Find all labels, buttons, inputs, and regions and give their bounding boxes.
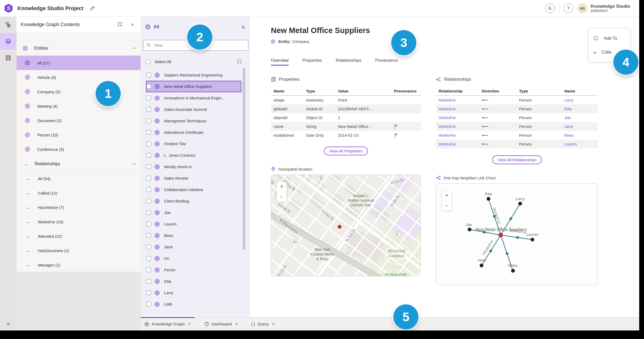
item-checkbox[interactable] [146, 290, 151, 295]
map-box[interactable]: k RdW Clay StSaN 3rd StMaggie L. Walker … [271, 175, 421, 276]
collapse-panel-button[interactable]: « [242, 23, 245, 31]
item-checkbox[interactable] [146, 256, 151, 261]
item-checkbox[interactable] [146, 84, 151, 89]
list-item[interactable]: Client Briefing [146, 195, 241, 207]
sidebar-entity-item[interactable]: Person (10) [17, 128, 141, 142]
sidebar-relationship-item[interactable]: → HasVehicle (7) [17, 200, 141, 215]
sidebar-relationship-item[interactable]: → WorksFor (10) [17, 215, 141, 229]
related-entity-link[interactable]: Etta [562, 107, 598, 111]
item-checkbox[interactable] [146, 130, 151, 135]
relationship-link[interactable]: WorksFor [436, 142, 479, 146]
sidebar-relationship-item[interactable]: → HasDocument (2) [17, 243, 141, 258]
list-item[interactable]: Lauren [146, 218, 241, 230]
sidebar-relationship-item[interactable]: → Attended (22) [17, 229, 141, 243]
related-entity-link[interactable]: Lauren [562, 142, 598, 146]
item-checkbox[interactable] [146, 96, 151, 100]
item-checkbox[interactable] [146, 153, 151, 158]
relationship-link[interactable]: WorksFor [436, 98, 479, 102]
related-entity-link[interactable]: Beau [562, 133, 598, 138]
related-entity-link[interactable]: Joe [562, 115, 598, 120]
view-all-relationships-button[interactable]: View All Relationships [492, 155, 542, 164]
list-item[interactable]: Firebird Title [146, 138, 241, 150]
item-checkbox[interactable] [146, 222, 151, 226]
sidebar-relationship-item[interactable]: → Called (12) [17, 186, 141, 200]
item-checkbox[interactable] [146, 142, 151, 146]
contents-rail-button[interactable] [0, 33, 17, 50]
view-all-properties-button[interactable]: View All Properties [324, 147, 368, 155]
detail-tab[interactable]: Relationships [336, 58, 361, 66]
user-info[interactable]: Knowledge Studio publisher2 [591, 4, 630, 13]
list-item[interactable]: L. Jones Contract [146, 150, 241, 161]
help-button[interactable]: ? [564, 3, 573, 13]
item-checkbox[interactable] [146, 187, 151, 192]
search-button[interactable] [545, 3, 555, 13]
zoom-in-button[interactable]: + [442, 191, 452, 201]
related-entity-link[interactable]: Larry [562, 98, 598, 102]
list-item[interactable]: Staplers Mechanical Engineering [146, 69, 241, 81]
list-item[interactable]: Innovations in Mechanical Engin... [146, 92, 241, 104]
expand-rail-button[interactable]: » [0, 320, 17, 327]
sidebar-entity-item[interactable]: Conference (3) [17, 142, 141, 156]
item-checkbox[interactable] [146, 73, 151, 77]
list-item[interactable]: Joe [146, 207, 241, 218]
zoom-in-button[interactable]: + [277, 182, 287, 192]
relationships-section-header[interactable]: → Relationships [17, 156, 141, 171]
add-selection-to-map-button[interactable] [235, 58, 243, 66]
item-checkbox[interactable] [146, 268, 151, 272]
list-item[interactable]: Uri [146, 253, 241, 264]
item-checkbox[interactable] [146, 302, 151, 306]
sidebar-relationship-item[interactable]: → Manages (1) [17, 258, 141, 272]
select-all-checkbox[interactable] [146, 59, 150, 64]
item-checkbox[interactable] [146, 199, 151, 203]
list-item[interactable]: Jane [146, 241, 241, 253]
link-chart-svg[interactable]: WorksForWorksForWorksForEttaLarryJoeLaur… [436, 184, 598, 285]
sidebar-relationship-item[interactable]: → All (54) [17, 171, 141, 186]
item-checkbox[interactable] [146, 164, 151, 169]
list-item[interactable]: Lilith [146, 298, 241, 310]
detail-tab[interactable]: Properties [303, 58, 322, 66]
save-rail-button[interactable] [0, 50, 17, 66]
add-to-map-button[interactable] [116, 21, 124, 29]
list-item[interactable]: Attendance Certificate [146, 127, 241, 138]
detail-tab[interactable]: Overview [271, 58, 289, 66]
sidebar-entity-item[interactable]: Meeting (4) [17, 99, 141, 113]
tab-query[interactable]: { } Query × [247, 317, 279, 330]
close-panel-button[interactable]: ✕ [128, 21, 136, 29]
item-checkbox[interactable] [146, 279, 151, 284]
list-item[interactable]: Collaboration initiative [146, 184, 241, 195]
item-checkbox[interactable] [146, 233, 151, 238]
list-scrollbar[interactable] [243, 68, 245, 250]
close-tab-icon[interactable]: × [188, 321, 191, 327]
list-item[interactable]: Managment Techniques [146, 115, 241, 127]
sidebar-entity-item[interactable]: Vehicle (6) [17, 70, 141, 84]
item-checkbox[interactable] [146, 245, 151, 249]
list-item[interactable]: Etta [146, 276, 241, 287]
item-checkbox[interactable] [146, 107, 151, 112]
close-tab-icon[interactable]: × [272, 321, 275, 327]
list-item[interactable]: Montly check-in [146, 161, 241, 172]
tab-knowledge-graph[interactable]: Knowledge Graph × [141, 317, 195, 330]
provenance-flag-icon[interactable] [394, 133, 421, 138]
list-item[interactable]: Sales Associate Summit [146, 104, 241, 115]
item-checkbox[interactable] [146, 210, 151, 215]
list-item[interactable]: Persie [146, 264, 241, 276]
data-model-rail-button[interactable] [0, 17, 17, 33]
zoom-out-button[interactable]: − [442, 201, 452, 211]
list-item[interactable]: New Metal Office Suppliers [146, 81, 241, 92]
sidebar-entity-item[interactable]: All (27) [17, 56, 141, 70]
relationship-link[interactable]: WorksFor [436, 124, 479, 129]
relationship-link[interactable]: WorksFor [436, 133, 479, 138]
item-checkbox[interactable] [146, 176, 151, 180]
related-entity-link[interactable]: Jane [562, 124, 598, 129]
list-item[interactable]: Beau [146, 230, 241, 241]
link-chart-box[interactable]: WorksForWorksForWorksForEttaLarryJoeLaur… [436, 183, 598, 285]
edit-title-button[interactable] [89, 5, 96, 11]
detail-tab[interactable]: Provenance [375, 58, 398, 66]
zoom-out-button[interactable]: − [277, 192, 287, 202]
relationship-link[interactable]: WorksFor [436, 115, 479, 120]
item-checkbox[interactable] [146, 119, 151, 123]
list-item[interactable]: Sales Review [146, 172, 241, 184]
location-marker[interactable] [338, 225, 341, 229]
sidebar-entity-item[interactable]: Company (2) [17, 84, 141, 99]
close-tab-icon[interactable]: × [235, 321, 238, 327]
